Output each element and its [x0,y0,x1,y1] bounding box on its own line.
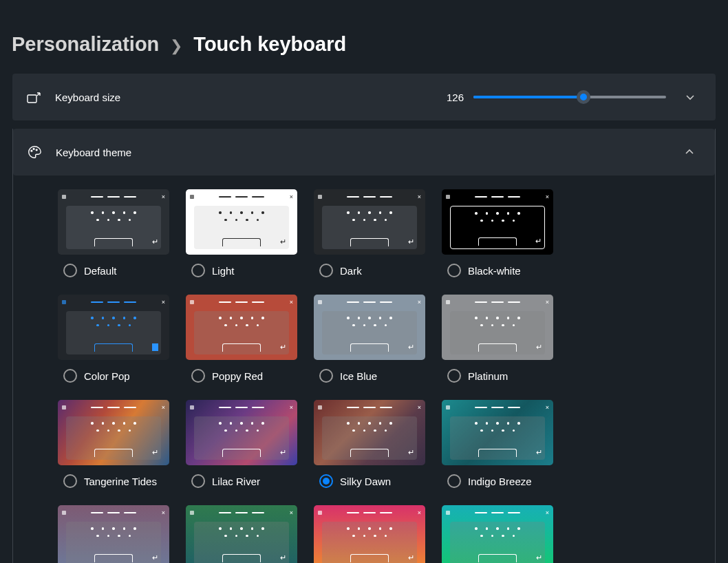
theme-name: Default [84,265,117,277]
theme-radio-row[interactable]: Tangerine Tides [58,465,169,497]
chevron-right-icon: ❯ [170,39,182,54]
theme-option-poppy: × ↵ Poppy Red [186,295,297,392]
theme-radio-row[interactable]: Default [58,255,169,286]
breadcrumb: Personalization ❯ Touch keyboard [0,0,728,74]
theme-name: Light [212,265,235,277]
theme-name: Color Pop [84,370,130,382]
theme-radio[interactable] [447,474,461,488]
theme-preview[interactable]: × ↵ [58,295,169,360]
theme-radio-row[interactable]: Color Pop [58,360,169,392]
keyboard-theme-section: Keyboard theme × ↵ Default × [12,129,716,563]
theme-option-g2: × ↵ [186,505,297,563]
theme-preview[interactable]: × ↵ [442,505,553,563]
theme-preview[interactable]: × ↵ [58,189,169,255]
theme-name: Poppy Red [212,370,263,382]
theme-radio[interactable] [319,369,333,383]
theme-option-dark: × ↵ Dark [314,189,425,286]
theme-preview[interactable]: × ↵ [58,505,169,563]
theme-preview[interactable]: × ↵ [186,400,297,465]
theme-option-silky: × ↵ Silky Dawn [314,400,425,497]
keyboard-size-label: Keyboard size [55,92,120,103]
theme-option-g3: × ↵ [314,505,425,563]
breadcrumb-current: Touch keyboard [193,34,346,54]
svg-rect-0 [28,95,36,103]
theme-preview[interactable]: × ↵ [314,189,425,255]
theme-radio[interactable] [447,264,461,277]
chevron-up-icon [685,147,694,157]
theme-option-default: × ↵ Default [58,189,169,286]
theme-radio-row[interactable]: Silky Dawn [314,465,425,497]
theme-radio-row[interactable]: Ice Blue [314,360,425,392]
theme-radio[interactable] [63,369,77,383]
theme-radio-row[interactable]: Black-white [442,255,553,286]
theme-name: Tangerine Tides [84,476,157,487]
theme-preview[interactable]: × ↵ [314,400,425,465]
expand-size-button[interactable] [680,87,700,107]
theme-name: Platinum [468,370,508,382]
theme-name: Silky Dawn [340,476,391,487]
theme-radio-row[interactable]: Platinum [442,360,553,392]
theme-option-platinum: × ↵ Platinum [442,295,553,392]
theme-option-bw: × ↵ Black-white [442,189,553,286]
theme-radio-row[interactable]: Light [186,255,297,286]
theme-option-colorpop: × ↵ Color Pop [58,295,169,392]
theme-preview[interactable]: × ↵ [186,505,297,563]
theme-radio-row[interactable]: Lilac River [186,465,297,497]
collapse-theme-button[interactable] [679,142,700,162]
keyboard-size-row[interactable]: Keyboard size 126 [12,74,716,120]
theme-name: Dark [340,265,362,277]
svg-point-1 [31,150,32,151]
slider-thumb[interactable] [577,90,590,104]
theme-preview[interactable]: × ↵ [186,189,297,255]
theme-option-lilac: × ↵ Lilac River [186,400,297,497]
keyboard-size-icon [26,89,41,105]
breadcrumb-parent[interactable]: Personalization [12,34,159,54]
theme-radio[interactable] [191,369,205,383]
theme-preview[interactable]: × ↵ [442,400,553,465]
theme-radio-row[interactable]: Poppy Red [186,360,297,392]
chevron-down-icon [685,92,695,102]
theme-preview[interactable]: × ↵ [58,400,169,465]
keyboard-theme-label: Keyboard theme [56,147,131,158]
theme-radio[interactable] [63,264,77,277]
theme-name: Black-white [468,265,521,277]
theme-name: Ice Blue [340,370,377,382]
theme-radio[interactable] [63,474,77,488]
theme-option-indigo: × ↵ Indigo Breeze [442,400,553,497]
theme-radio-row[interactable]: Indigo Breeze [442,465,553,497]
theme-option-g1: × ↵ [58,505,169,563]
theme-radio[interactable] [191,474,205,488]
svg-point-3 [36,149,37,151]
keyboard-size-slider[interactable] [473,90,666,104]
theme-preview[interactable]: × ↵ [186,295,297,360]
svg-point-2 [33,149,34,150]
theme-preview[interactable]: × ↵ [314,295,425,360]
theme-radio-row[interactable]: Dark [314,255,425,286]
theme-option-tangerine: × ↵ Tangerine Tides [58,400,169,497]
palette-icon [27,145,42,160]
theme-grid: × ↵ Default × ↵ Light [13,176,715,563]
theme-name: Indigo Breeze [468,476,532,487]
theme-name: Lilac River [212,476,260,487]
theme-preview[interactable]: × ↵ [442,189,553,255]
keyboard-size-value: 126 [447,92,464,103]
theme-radio[interactable] [447,369,461,383]
theme-option-g4: × ↵ [442,505,553,563]
theme-preview[interactable]: × ↵ [314,505,425,563]
keyboard-theme-row[interactable]: Keyboard theme [13,129,715,176]
theme-radio[interactable] [319,474,333,488]
theme-radio[interactable] [319,264,333,277]
theme-radio[interactable] [191,264,205,277]
theme-preview[interactable]: × ↵ [442,295,553,360]
theme-option-ice: × ↵ Ice Blue [314,295,425,392]
theme-option-light: × ↵ Light [186,189,297,286]
